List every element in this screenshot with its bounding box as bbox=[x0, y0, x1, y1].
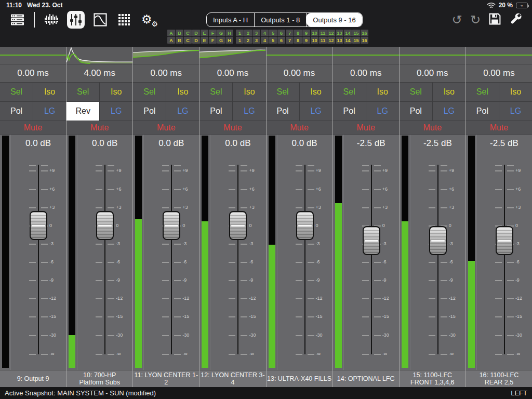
patch-cell[interactable]: 11 bbox=[319, 30, 327, 36]
patch-cell[interactable]: 11 bbox=[319, 37, 327, 44]
fader-track[interactable] bbox=[371, 165, 372, 354]
link-group-button[interactable]: LG bbox=[433, 102, 466, 121]
patch-cell[interactable]: 16 bbox=[361, 37, 368, 44]
patch-cell[interactable]: 7 bbox=[286, 30, 294, 36]
patch-cell[interactable]: 15 bbox=[352, 37, 360, 44]
polarity-button[interactable]: Pol bbox=[200, 102, 233, 121]
fader-track[interactable] bbox=[504, 165, 505, 354]
polarity-button[interactable]: Pol bbox=[333, 102, 366, 121]
fader-track[interactable] bbox=[237, 165, 238, 354]
isolate-button[interactable]: Iso bbox=[166, 83, 199, 101]
processing-graph[interactable] bbox=[0, 47, 66, 64]
link-group-button[interactable]: LG bbox=[366, 102, 399, 121]
patch-cell[interactable]: 6 bbox=[277, 30, 285, 36]
mute-button[interactable]: Mute bbox=[400, 121, 466, 135]
isolate-button[interactable]: Iso bbox=[366, 83, 399, 101]
isolate-button[interactable]: Iso bbox=[300, 83, 332, 101]
patch-cell[interactable]: 5 bbox=[269, 30, 277, 36]
processing-graph[interactable] bbox=[200, 47, 265, 64]
patch-cell[interactable]: 12 bbox=[327, 37, 335, 44]
patch-cell[interactable]: 9 bbox=[302, 30, 310, 36]
patch-cell[interactable]: B bbox=[176, 37, 183, 44]
isolate-button[interactable]: Iso bbox=[433, 83, 466, 101]
channel-name[interactable]: 11: LYON CENTER 1-2 bbox=[133, 370, 199, 387]
patch-cell[interactable]: 13 bbox=[336, 37, 343, 44]
polarity-button[interactable]: Pol bbox=[466, 102, 499, 121]
channel-name[interactable]: 14: OPTIONAL LFC bbox=[333, 370, 399, 387]
mute-button[interactable]: Mute bbox=[200, 121, 265, 135]
matrix-grid-icon[interactable] bbox=[116, 11, 134, 29]
patch-cell[interactable]: 8 bbox=[294, 30, 302, 36]
fader-knob[interactable] bbox=[229, 211, 247, 240]
fader-track[interactable] bbox=[437, 165, 438, 354]
channel-name[interactable]: 16: 1100-LFC REAR 2,5 bbox=[466, 370, 532, 387]
isolate-button[interactable]: Iso bbox=[100, 83, 132, 101]
patch-cell[interactable]: 9 bbox=[302, 37, 310, 44]
patch-cell[interactable]: F bbox=[209, 37, 217, 44]
settings-gears-icon[interactable]: ⚙ ⚙ bbox=[140, 11, 158, 29]
link-group-button[interactable]: LG bbox=[33, 102, 66, 121]
patch-cell[interactable]: 2 bbox=[244, 37, 252, 44]
fader-knob[interactable] bbox=[363, 226, 380, 255]
select-button[interactable]: Sel bbox=[133, 83, 166, 101]
delay-value[interactable]: 0.00 ms bbox=[0, 64, 66, 83]
delay-value[interactable]: 4.00 ms bbox=[66, 64, 132, 83]
processing-graph[interactable] bbox=[466, 47, 532, 64]
patch-cell[interactable]: 2 bbox=[244, 30, 252, 36]
isolate-button[interactable]: Iso bbox=[233, 83, 265, 101]
processing-graph[interactable] bbox=[133, 47, 199, 64]
tab-inputs-a-h[interactable]: Inputs A - H bbox=[207, 13, 255, 26]
patch-cell[interactable]: C bbox=[184, 30, 192, 36]
fader-knob[interactable] bbox=[429, 226, 447, 255]
delay-value[interactable]: 0.00 ms bbox=[267, 64, 332, 83]
fader-track[interactable] bbox=[38, 165, 39, 354]
delay-value[interactable]: 0.00 ms bbox=[400, 64, 466, 83]
patch-cell[interactable]: 14 bbox=[344, 37, 352, 44]
patch-cell[interactable]: E bbox=[201, 37, 208, 44]
mute-button[interactable]: Mute bbox=[267, 121, 332, 135]
delay-value[interactable]: 0.00 ms bbox=[466, 64, 532, 83]
delay-value[interactable]: 0.00 ms bbox=[200, 64, 265, 83]
polarity-button[interactable]: Pol bbox=[267, 102, 300, 121]
processing-graph[interactable] bbox=[267, 47, 332, 64]
fader-knob[interactable] bbox=[163, 211, 180, 240]
link-group-button[interactable]: LG bbox=[300, 102, 332, 121]
patch-cell[interactable]: 13 bbox=[336, 30, 343, 36]
processing-graph[interactable] bbox=[400, 47, 466, 64]
patch-cell[interactable]: 3 bbox=[252, 30, 260, 36]
fader-track[interactable] bbox=[304, 165, 305, 354]
patch-cell[interactable]: 4 bbox=[261, 30, 269, 36]
patch-cell[interactable]: H bbox=[225, 30, 233, 36]
rack-icon[interactable] bbox=[8, 11, 26, 29]
fader-track[interactable] bbox=[104, 165, 105, 354]
patch-cell[interactable]: A bbox=[167, 37, 175, 44]
patch-cell[interactable]: F bbox=[209, 30, 217, 36]
patch-cell[interactable]: 14 bbox=[344, 30, 352, 36]
channel-name[interactable]: 13: ULTRA-X40 FILLS bbox=[267, 370, 332, 387]
mute-button[interactable]: Mute bbox=[333, 121, 399, 135]
delay-value[interactable]: 0.00 ms bbox=[133, 64, 199, 83]
save-icon[interactable] bbox=[488, 12, 501, 28]
patch-cell[interactable]: E bbox=[201, 30, 208, 36]
link-group-button[interactable]: LG bbox=[166, 102, 199, 121]
select-button[interactable]: Sel bbox=[267, 83, 300, 101]
select-button[interactable]: Sel bbox=[333, 83, 366, 101]
fader-track[interactable] bbox=[171, 165, 172, 354]
tab-outputs-9-16[interactable]: Outputs 9 - 16 bbox=[307, 13, 362, 26]
patch-cell[interactable]: D bbox=[192, 30, 200, 36]
patch-cell[interactable]: 1 bbox=[236, 37, 244, 44]
mute-button[interactable]: Mute bbox=[466, 121, 532, 135]
select-button[interactable]: Sel bbox=[400, 83, 433, 101]
patch-cell[interactable]: G bbox=[217, 37, 225, 44]
channel-name[interactable]: 12: LYON CENTER 3-4 bbox=[200, 370, 265, 387]
patch-cell[interactable]: 12 bbox=[327, 30, 335, 36]
fader-knob[interactable] bbox=[296, 211, 314, 240]
channel-name[interactable]: 9: Output 9 bbox=[0, 370, 66, 387]
delay-value[interactable]: 0.00 ms bbox=[333, 64, 399, 83]
link-group-button[interactable]: LG bbox=[499, 102, 532, 121]
patch-cell[interactable]: A bbox=[167, 30, 175, 36]
patch-cell[interactable]: C bbox=[184, 37, 192, 44]
mute-button[interactable]: Mute bbox=[0, 121, 66, 135]
undo-icon[interactable]: ↺ bbox=[452, 11, 462, 29]
select-button[interactable]: Sel bbox=[66, 83, 100, 101]
